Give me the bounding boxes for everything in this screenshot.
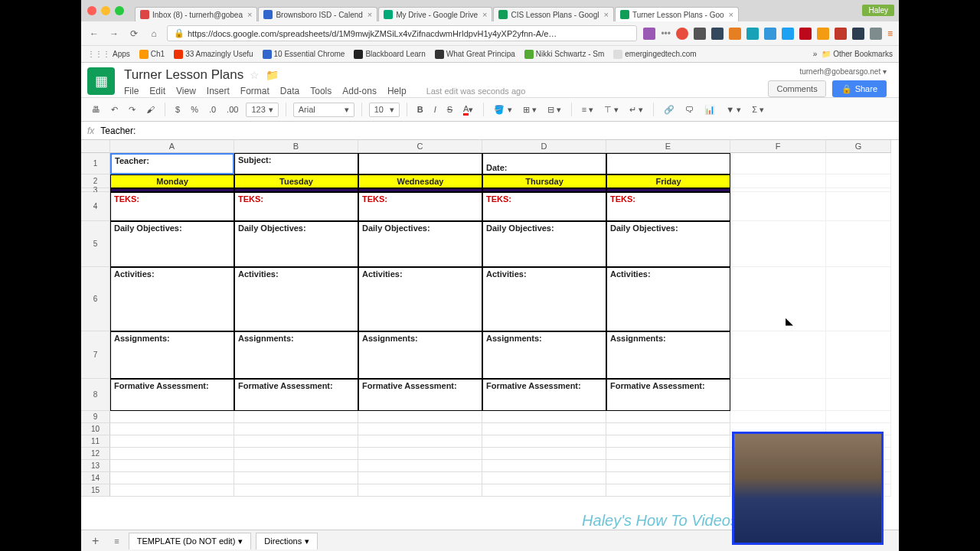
- cell-D9[interactable]: [482, 411, 606, 423]
- menu-view[interactable]: View: [176, 86, 196, 96]
- font-size-select[interactable]: 10 ▾: [369, 103, 400, 117]
- menu-addons[interactable]: Add-ons: [342, 86, 377, 96]
- cell-D11[interactable]: [482, 435, 606, 448]
- bold-button[interactable]: B: [414, 103, 426, 116]
- row-header-10[interactable]: 10: [81, 423, 110, 435]
- row-header-4[interactable]: 4: [81, 192, 110, 221]
- cell-act-0[interactable]: Activities:: [110, 267, 234, 331]
- menu-edit[interactable]: Edit: [149, 86, 165, 96]
- cell-A14[interactable]: [110, 472, 234, 484]
- v-align-button[interactable]: ⊤ ▾: [601, 103, 622, 116]
- cell-E13[interactable]: [606, 460, 730, 472]
- extension-icon[interactable]: [711, 28, 724, 40]
- menu-tools[interactable]: Tools: [310, 86, 332, 96]
- cell-A15[interactable]: [110, 484, 234, 497]
- cell-asn-2[interactable]: Assignments:: [358, 331, 482, 379]
- cell-teks-2[interactable]: TEKS:: [358, 192, 482, 221]
- cell-D14[interactable]: [482, 472, 606, 484]
- cell-E14[interactable]: [606, 472, 730, 484]
- comments-button[interactable]: Comments: [768, 80, 825, 97]
- cell-act-1[interactable]: Activities:: [234, 267, 358, 331]
- browser-tab-calendar[interactable]: Brownsboro ISD - Calend×: [258, 7, 377, 21]
- cell-B11[interactable]: [234, 435, 358, 448]
- menu-format[interactable]: Format: [240, 86, 270, 96]
- home-button[interactable]: ⌂: [147, 27, 161, 41]
- browser-tab-cis-plans[interactable]: CIS Lesson Plans - Googl×: [493, 7, 614, 21]
- cell-asn-1[interactable]: Assignments:: [234, 331, 358, 379]
- extension-icon[interactable]: [782, 28, 794, 40]
- cell-A1[interactable]: Teacher:: [110, 153, 234, 174]
- cell-G4[interactable]: [826, 192, 891, 221]
- borders-button[interactable]: ⊞ ▾: [520, 103, 540, 116]
- document-title[interactable]: Turner Lesson Plans: [124, 67, 243, 83]
- percent-button[interactable]: %: [188, 103, 201, 116]
- cell-G9[interactable]: [826, 411, 891, 423]
- filter-button[interactable]: ▼ ▾: [723, 103, 744, 116]
- cell-G1[interactable]: [826, 153, 891, 174]
- cell-B13[interactable]: [234, 460, 358, 472]
- row-header-7[interactable]: 7: [81, 331, 110, 379]
- cell-C9[interactable]: [358, 411, 482, 423]
- bookmark-item[interactable]: emergingedtech.com: [613, 50, 696, 59]
- cell-fa-1[interactable]: Formative Assessment:: [234, 379, 358, 411]
- star-icon[interactable]: ☆: [250, 69, 260, 81]
- forward-button[interactable]: →: [107, 27, 121, 41]
- font-select[interactable]: Arial ▾: [293, 103, 354, 117]
- redo-button[interactable]: ↷: [126, 103, 139, 116]
- close-icon[interactable]: ×: [729, 10, 733, 19]
- close-icon[interactable]: ×: [368, 10, 372, 19]
- apps-button[interactable]: ⋮⋮⋮Apps: [87, 50, 130, 58]
- cell-teks-4[interactable]: TEKS:: [606, 192, 730, 221]
- cell-C11[interactable]: [358, 435, 482, 448]
- cell-G5[interactable]: [826, 221, 891, 267]
- cell-day-Wednesday[interactable]: Wednesday: [358, 174, 482, 188]
- merge-button[interactable]: ⊟ ▾: [544, 103, 564, 116]
- column-header-C[interactable]: C: [358, 140, 482, 153]
- cell-asn-3[interactable]: Assignments:: [482, 331, 606, 379]
- bookmark-item[interactable]: 10 Essential Chrome: [263, 50, 345, 59]
- cell-F7[interactable]: [730, 331, 826, 379]
- cell-B12[interactable]: [234, 448, 358, 460]
- paint-format-button[interactable]: 🖌: [143, 103, 158, 116]
- cell-day-Tuesday[interactable]: Tuesday: [234, 174, 358, 188]
- cell-D10[interactable]: [482, 423, 606, 435]
- back-button[interactable]: ←: [87, 27, 101, 41]
- italic-button[interactable]: I: [431, 103, 439, 116]
- cell-fa-2[interactable]: Formative Assessment:: [358, 379, 482, 411]
- chart-button[interactable]: 📊: [701, 103, 718, 116]
- cell-C13[interactable]: [358, 460, 482, 472]
- all-sheets-button[interactable]: ≡: [109, 536, 123, 546]
- mac-minimize-button[interactable]: [101, 6, 110, 15]
- extension-icon[interactable]: [746, 28, 759, 40]
- cell-fa-4[interactable]: Formative Assessment:: [606, 379, 730, 411]
- close-icon[interactable]: ×: [603, 10, 608, 19]
- cell-F6[interactable]: [730, 267, 826, 331]
- cell-A13[interactable]: [110, 460, 234, 472]
- cell-C1[interactable]: [358, 153, 482, 174]
- cell-day-Monday[interactable]: Monday: [110, 174, 234, 188]
- cell-D12[interactable]: [482, 448, 606, 460]
- reload-button[interactable]: ⟳: [127, 27, 141, 41]
- extension-icon[interactable]: [676, 28, 688, 40]
- column-header-B[interactable]: B: [234, 140, 358, 153]
- cell-obj-0[interactable]: Daily Objectives:: [110, 221, 234, 267]
- currency-button[interactable]: $: [172, 103, 183, 116]
- cell-teks-3[interactable]: TEKS:: [482, 192, 606, 221]
- cell-E9[interactable]: [606, 411, 730, 423]
- cell-B15[interactable]: [234, 484, 358, 497]
- fill-color-button[interactable]: 🪣 ▾: [491, 103, 514, 116]
- row-header-12[interactable]: 12: [81, 448, 110, 460]
- other-bookmarks[interactable]: 📁Other Bookmarks: [822, 50, 893, 58]
- cell-C10[interactable]: [358, 423, 482, 435]
- cell-B9[interactable]: [234, 411, 358, 423]
- cell-A10[interactable]: [110, 423, 234, 435]
- column-header-E[interactable]: E: [606, 140, 730, 153]
- text-color-button[interactable]: A ▾: [460, 103, 476, 117]
- strikethrough-button[interactable]: S: [444, 103, 456, 116]
- menu-insert[interactable]: Insert: [207, 86, 230, 96]
- cell-asn-4[interactable]: Assignments:: [606, 331, 730, 379]
- mac-zoom-button[interactable]: [115, 6, 124, 15]
- mac-close-button[interactable]: [87, 6, 96, 15]
- extension-icon[interactable]: [643, 28, 655, 40]
- browser-tab-inbox[interactable]: Inbox (8) - turnerh@gobea×: [135, 7, 257, 21]
